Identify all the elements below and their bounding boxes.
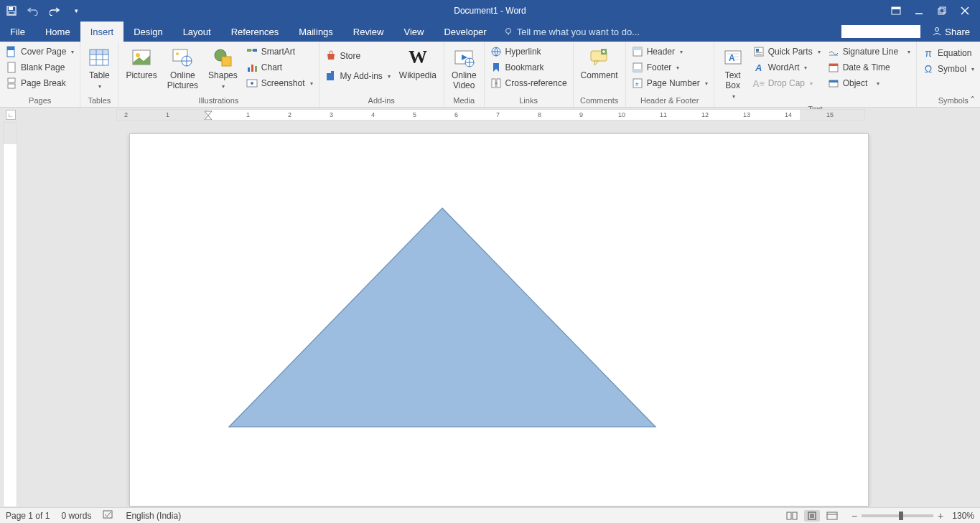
svg-rect-64 xyxy=(756,49,759,52)
cross-reference-button[interactable]: Cross-reference xyxy=(489,76,569,90)
hyperlink-button[interactable]: Hyperlink xyxy=(489,44,569,59)
qat-customize-icon[interactable]: ▾ xyxy=(70,5,82,17)
cross-reference-icon xyxy=(490,77,502,89)
svg-rect-2 xyxy=(9,11,14,14)
store-button[interactable]: Store xyxy=(324,49,392,63)
document-page[interactable] xyxy=(129,133,869,506)
wordart-button[interactable]: A WordArt▾ xyxy=(752,60,822,75)
save-icon[interactable] xyxy=(6,5,17,17)
zoom-out-button[interactable]: − xyxy=(851,510,857,522)
online-pictures-icon xyxy=(171,46,194,69)
wikipedia-label: Wikipedia xyxy=(399,70,437,80)
read-mode-icon[interactable] xyxy=(784,510,800,522)
group-text: A Text Box▾ Quick Parts▾ A WordArt▾ A≡ D… xyxy=(714,42,917,107)
wordart-label: WordArt xyxy=(768,62,800,72)
table-button[interactable]: Table ▾ xyxy=(85,44,113,93)
blank-page-button[interactable]: Blank Page xyxy=(4,60,75,75)
tab-file[interactable]: File xyxy=(0,22,35,42)
shapes-label: Shapes xyxy=(208,70,238,80)
search-input[interactable] xyxy=(841,25,920,38)
online-video-button[interactable]: Online Video xyxy=(449,44,480,92)
status-language[interactable]: English (India) xyxy=(126,511,181,521)
tab-home[interactable]: Home xyxy=(35,22,80,42)
online-pictures-button[interactable]: Online Pictures xyxy=(164,44,201,92)
wikipedia-button[interactable]: W Wikipedia xyxy=(396,44,439,82)
page-number-button[interactable]: # Page Number▾ xyxy=(630,76,709,90)
svg-rect-6 xyxy=(938,9,944,14)
date-time-button[interactable]: Date & Time xyxy=(826,60,912,75)
tab-layout[interactable]: Layout xyxy=(173,22,221,42)
signature-line-button[interactable]: Signature Line▾ xyxy=(826,44,912,59)
ruler-tick: 1 xyxy=(166,111,169,118)
svg-rect-1 xyxy=(9,7,13,10)
document-scroll[interactable] xyxy=(17,122,980,507)
proofing-icon[interactable] xyxy=(103,509,114,522)
tab-developer[interactable]: Developer xyxy=(434,22,496,42)
bookmark-button[interactable]: Bookmark xyxy=(489,60,569,75)
cover-page-button[interactable]: Cover Page▾ xyxy=(4,44,75,59)
print-layout-icon[interactable] xyxy=(804,510,820,522)
bookmark-icon xyxy=(490,62,502,73)
pictures-button[interactable]: Pictures xyxy=(123,44,159,82)
tab-design[interactable]: Design xyxy=(123,22,172,42)
svg-rect-34 xyxy=(251,65,253,72)
group-media: Online Video Media xyxy=(444,42,485,107)
drop-cap-button[interactable]: A≡ Drop Cap▾ xyxy=(752,76,822,90)
quick-parts-icon xyxy=(753,46,765,57)
header-button[interactable]: Header▾ xyxy=(630,44,709,59)
comment-button[interactable]: Comment xyxy=(578,44,621,82)
comment-icon xyxy=(588,46,611,69)
tell-me-label: Tell me what you want to do... xyxy=(517,27,640,37)
svg-rect-39 xyxy=(331,71,334,74)
footer-button[interactable]: Footer▾ xyxy=(630,60,709,75)
svg-point-37 xyxy=(251,82,253,85)
ruler-tick: 6 xyxy=(454,111,458,118)
share-button[interactable]: Share xyxy=(928,24,974,39)
svg-rect-35 xyxy=(255,66,257,72)
symbol-button[interactable]: Ω Symbol▾ xyxy=(921,62,980,76)
svg-rect-65 xyxy=(756,52,762,53)
undo-icon[interactable] xyxy=(27,5,39,17)
tab-review[interactable]: Review xyxy=(343,22,394,42)
tab-insert[interactable]: Insert xyxy=(80,22,124,42)
redo-icon[interactable] xyxy=(49,5,60,17)
triangle-shape[interactable] xyxy=(227,206,658,435)
object-button[interactable]: Object▾ xyxy=(826,76,912,90)
horizontal-ruler[interactable]: 2 1 1 2 3 4 5 6 7 8 9 10 11 12 13 14 15 … xyxy=(116,109,865,121)
vertical-ruler[interactable] xyxy=(3,122,17,507)
tab-selector[interactable]: ∟ xyxy=(6,110,16,120)
tab-references[interactable]: References xyxy=(221,22,289,42)
svg-rect-17 xyxy=(8,84,15,88)
online-pictures-label: Online Pictures xyxy=(167,70,198,90)
screenshot-button[interactable]: Screenshot▾ xyxy=(245,76,314,90)
shapes-button[interactable]: Shapes ▾ xyxy=(205,44,241,93)
status-page[interactable]: Page 1 of 1 xyxy=(6,511,50,521)
status-words[interactable]: 0 words xyxy=(61,511,91,521)
maximize-icon[interactable] xyxy=(937,6,947,16)
indent-marker-icon[interactable] xyxy=(203,110,213,121)
tab-view[interactable]: View xyxy=(393,22,434,42)
symbol-label: Symbol xyxy=(938,64,966,74)
zoom-in-button[interactable]: + xyxy=(938,510,943,522)
page-break-button[interactable]: Page Break xyxy=(4,76,75,90)
tell-me-search[interactable]: Tell me what you want to do... xyxy=(497,22,640,42)
ribbon-display-icon[interactable] xyxy=(891,6,901,16)
smartart-button[interactable]: SmartArt xyxy=(245,44,314,59)
zoom-slider[interactable] xyxy=(862,514,933,517)
quick-parts-button[interactable]: Quick Parts▾ xyxy=(752,44,822,59)
pictures-label: Pictures xyxy=(126,70,157,80)
minimize-icon[interactable] xyxy=(914,6,924,16)
text-box-button[interactable]: A Text Box▾ xyxy=(719,44,747,103)
drop-cap-icon: A≡ xyxy=(753,77,765,89)
bookmark-label: Bookmark xyxy=(505,62,544,72)
tab-mailings[interactable]: Mailings xyxy=(289,22,343,42)
equation-button[interactable]: π Equation▾ xyxy=(921,46,980,60)
web-layout-icon[interactable] xyxy=(824,510,840,522)
zoom-level[interactable]: 130% xyxy=(952,511,974,521)
my-addins-button[interactable]: My Add-ins▾ xyxy=(324,69,392,83)
text-box-label: Text Box xyxy=(725,70,741,90)
svg-rect-15 xyxy=(8,62,15,72)
chart-button[interactable]: Chart xyxy=(245,60,314,75)
close-icon[interactable] xyxy=(960,6,970,16)
collapse-ribbon-icon[interactable]: ⌃ xyxy=(969,95,976,104)
